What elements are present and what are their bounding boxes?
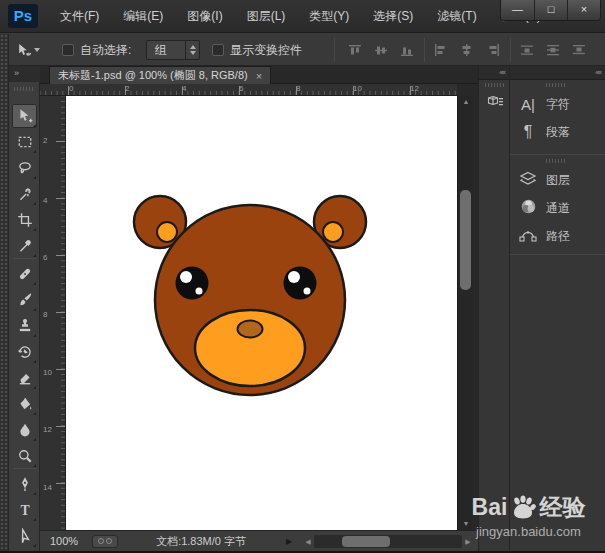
status-menu-arrow-icon[interactable]: ▶ (286, 537, 292, 546)
maximize-button[interactable]: □ (534, 0, 567, 20)
eye-highlight (180, 271, 192, 283)
spot-healing-brush-tool[interactable] (12, 262, 37, 286)
horizontal-scrollbar-track[interactable] (314, 535, 462, 548)
menu-file[interactable]: 文件(F) (48, 8, 111, 25)
align-right-edges-button[interactable] (482, 40, 504, 60)
dock-grip[interactable] (485, 83, 505, 87)
bear-right-inner-ear (323, 222, 343, 242)
panel-edge-grip[interactable] (0, 34, 9, 553)
history-brush-tool[interactable] (12, 340, 37, 364)
distribute-top-edges-button[interactable] (516, 40, 538, 60)
auto-select-dropdown[interactable]: 组 (146, 40, 200, 60)
paint-bucket-tool[interactable] (12, 392, 37, 416)
status-options-icon[interactable] (92, 535, 118, 548)
eraser-tool[interactable] (12, 366, 37, 390)
paint-bucket-icon (17, 396, 33, 412)
menu-filter[interactable]: 滤镜(T) (425, 8, 488, 25)
ruler-number: 12 (43, 426, 52, 434)
spot-healing-brush-icon (17, 266, 33, 282)
ruler-number: 2 (125, 84, 129, 93)
panel-button-layers[interactable]: 图层 (510, 166, 605, 194)
blur-tool[interactable] (12, 418, 37, 442)
dock-collapse-button[interactable]: «« (510, 66, 605, 80)
menu-edit[interactable]: 编辑(E) (111, 8, 175, 25)
divider (13, 468, 36, 469)
panel-button-paths[interactable]: 路径 (510, 222, 605, 250)
window-controls: — □ × (500, 0, 601, 21)
crop-tool[interactable] (12, 208, 37, 232)
pen-icon (17, 476, 33, 492)
distribute-vertical-centers-icon (545, 43, 561, 57)
horizontal-scrollbar[interactable]: ◀ ▶ (302, 534, 474, 549)
auto-select-checkbox[interactable] (62, 44, 74, 56)
document-size-info: 文档:1.83M/0 字节 (156, 534, 246, 549)
magic-wand-tool[interactable] (12, 182, 37, 206)
dock-grip[interactable] (546, 159, 566, 163)
divider (13, 258, 36, 259)
dodge-tool[interactable] (12, 444, 37, 468)
menu-layer[interactable]: 图层(L) (235, 8, 298, 25)
clone-stamp-tool[interactable] (12, 314, 37, 338)
align-vertical-centers-button[interactable] (370, 40, 392, 60)
canvas[interactable] (66, 96, 457, 530)
align-left-edges-button[interactable] (430, 40, 452, 60)
horizontal-scrollbar-thumb[interactable] (342, 536, 390, 547)
scroll-left-icon[interactable]: ◀ (302, 538, 314, 546)
panel-label: 图层 (546, 172, 570, 189)
dock-collapse-button[interactable]: «« (479, 66, 509, 80)
align-horizontal-centers-button[interactable] (456, 40, 478, 60)
pen-tool[interactable] (12, 472, 37, 496)
menu-select[interactable]: 选择(S) (361, 8, 425, 25)
dock-grip[interactable] (546, 83, 566, 87)
crop-icon (17, 212, 33, 228)
minimize-button[interactable]: — (501, 0, 534, 20)
distribute-vertical-centers-button[interactable] (542, 40, 564, 60)
brush-tool[interactable] (12, 288, 37, 312)
move-tool-icon (16, 43, 31, 58)
dropdown-spinner-icon[interactable] (185, 41, 199, 59)
path-selection-tool[interactable] (12, 524, 37, 548)
menu-image[interactable]: 图像(I) (175, 8, 234, 25)
distribute-top-edges-icon (519, 43, 535, 57)
eyedropper-tool[interactable] (12, 234, 37, 258)
tab-close-icon[interactable]: × (256, 70, 262, 82)
horizontal-ruler[interactable]: 0 2 4 6 8 10 12 (40, 84, 457, 96)
distribute-bottom-edges-button[interactable] (568, 40, 590, 60)
zoom-level-field[interactable]: 100% (50, 535, 78, 547)
layers-panel-icon (518, 171, 538, 190)
document-tab[interactable]: 未标题-1.psd @ 100% (椭圆 8, RGB/8) × (49, 66, 271, 84)
divider (510, 38, 511, 62)
toolbar-collapse-button[interactable]: » (9, 66, 40, 82)
scroll-right-icon[interactable]: ▶ (462, 538, 474, 546)
vertical-scrollbar[interactable]: ▲ ▼ (457, 96, 473, 530)
ruler-number: 4 (43, 197, 52, 205)
move-tool[interactable] (12, 104, 37, 128)
document-tab-title: 未标题-1.psd @ 100% (椭圆 8, RGB/8) (58, 68, 248, 83)
vertical-scrollbar-thumb[interactable] (460, 190, 471, 290)
align-bottom-edges-button[interactable] (396, 40, 418, 60)
align-top-edges-button[interactable] (344, 40, 366, 60)
vertical-ruler[interactable]: 2 4 6 8 10 12 14 (40, 96, 66, 530)
align-bottom-edges-icon (399, 43, 415, 57)
panel-button-paragraph[interactable]: ¶ 段落 (510, 118, 605, 146)
divider (510, 254, 605, 255)
panel-button-channels[interactable]: 通道 (510, 194, 605, 222)
eye-highlight (196, 288, 203, 295)
close-button[interactable]: × (567, 0, 600, 20)
path-selection-icon (17, 528, 33, 544)
panel-button-character[interactable]: A| 字符 (510, 90, 605, 118)
dodge-icon (17, 448, 33, 464)
3d-panel-button[interactable] (483, 90, 507, 114)
scroll-down-icon[interactable]: ▼ (458, 518, 474, 530)
show-transform-checkbox[interactable] (212, 44, 224, 56)
ruler-number: 8 (43, 311, 52, 319)
panel-dock: «« A| 字符 ¶ 段落 图层 (510, 66, 605, 553)
toolbar-grip[interactable] (14, 87, 34, 91)
scroll-up-icon[interactable]: ▲ (458, 96, 474, 108)
type-tool[interactable]: T (12, 498, 37, 522)
align-top-edges-icon (347, 43, 363, 57)
move-tool-preset[interactable] (16, 34, 40, 66)
lasso-tool[interactable] (12, 156, 37, 180)
menu-type[interactable]: 类型(Y) (297, 8, 361, 25)
rectangular-marquee-tool[interactable] (12, 130, 37, 154)
